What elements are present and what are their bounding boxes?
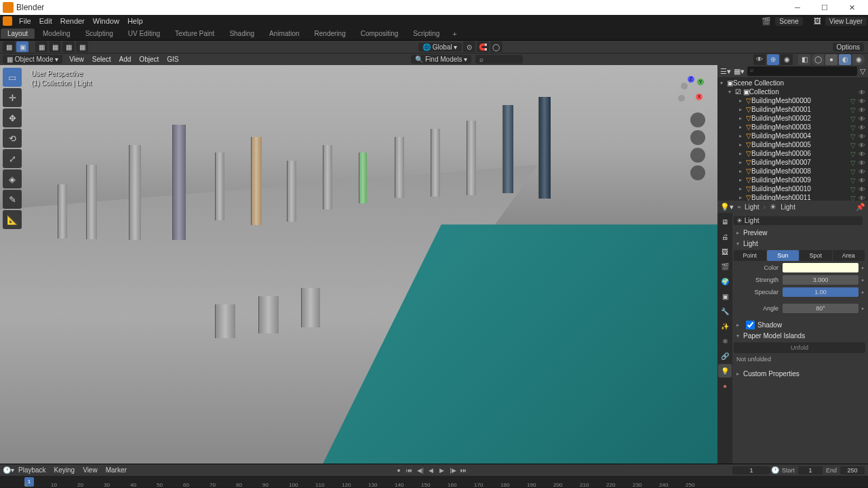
specular-field[interactable]: 1.00 bbox=[783, 287, 859, 297]
snap4-icon[interactable]: ▦ bbox=[76, 41, 88, 52]
pin-icon[interactable]: 📌 bbox=[856, 203, 865, 211]
panel-preview[interactable]: ▸Preview bbox=[734, 227, 865, 238]
props-icon[interactable]: 💡▾ bbox=[720, 203, 734, 211]
shading-rendered-icon[interactable]: ◉ bbox=[852, 54, 865, 65]
outliner-search[interactable]: ⌕ bbox=[747, 66, 857, 76]
outliner-item[interactable]: ▸▽ BuildingMesh00005▽👁 bbox=[717, 140, 868, 149]
menu-file[interactable]: File bbox=[15, 17, 35, 25]
camera-view-icon[interactable] bbox=[690, 148, 705, 163]
panel-shadow[interactable]: ▸Shadow bbox=[734, 319, 865, 330]
menu-help[interactable]: Help bbox=[123, 17, 147, 25]
outliner-item[interactable]: ▸▽ BuildingMesh00007▽👁 bbox=[717, 158, 868, 167]
options-dropdown[interactable]: Options bbox=[833, 43, 864, 52]
outliner-item[interactable]: ▸▽ BuildingMesh00004▽👁 bbox=[717, 131, 868, 140]
ptab-modifier[interactable]: 🔧 bbox=[718, 304, 732, 318]
ptab-constraint[interactable]: 🔗 bbox=[718, 349, 732, 363]
menu-object[interactable]: Object bbox=[135, 56, 163, 63]
tab-scripting[interactable]: Scripting bbox=[406, 28, 446, 39]
snap-toggle-icon[interactable]: 🧲 bbox=[477, 41, 489, 52]
ptab-data[interactable]: 💡 bbox=[718, 364, 732, 378]
zoom-icon[interactable] bbox=[690, 113, 705, 127]
prev-key-icon[interactable]: ◀| bbox=[416, 467, 425, 474]
outliner-item[interactable]: ▸▽ BuildingMesh00009▽👁 bbox=[717, 176, 868, 184]
color-field[interactable] bbox=[783, 263, 859, 272]
shading-solid-icon[interactable]: ● bbox=[825, 54, 837, 65]
outliner-item[interactable]: ▸▽ BuildingMesh00001▽👁 bbox=[717, 105, 868, 114]
axis-x-icon[interactable]: X bbox=[696, 94, 703, 100]
editor-type-icon[interactable]: ▦ bbox=[3, 41, 15, 52]
cursor-tool-icon[interactable]: ▣ bbox=[16, 41, 28, 52]
snap-icon[interactable]: ▦ bbox=[35, 41, 47, 52]
persp-ortho-icon[interactable] bbox=[690, 165, 705, 180]
outliner-item[interactable]: ▸▽ BuildingMesh00000▽👁 bbox=[717, 96, 868, 105]
measure-tool[interactable]: 📐 bbox=[3, 210, 22, 229]
outliner-mode-icon[interactable]: ☰▾ bbox=[720, 67, 731, 76]
cursor-tool[interactable]: ✛ bbox=[3, 88, 22, 107]
rotate-tool[interactable]: ⟲ bbox=[3, 129, 22, 148]
outliner-collection[interactable]: ▾☑ ▣ Collection👁 bbox=[717, 87, 868, 96]
current-frame-field[interactable]: 1 bbox=[732, 466, 770, 474]
light-data-dropdown[interactable]: ☀ Light bbox=[734, 216, 863, 225]
nav-gizmo[interactable]: Y Z X bbox=[677, 76, 707, 106]
search-input[interactable]: ⌕ bbox=[475, 55, 523, 64]
next-key-icon[interactable]: |▶ bbox=[448, 467, 458, 474]
3d-viewport[interactable]: ▭ ✛ ✥ ⟲ ⤢ ◈ ✎ 📐 User Perspective (1) Col… bbox=[0, 65, 717, 464]
tab-uvediting[interactable]: UV Editing bbox=[121, 28, 167, 39]
ptab-scene[interactable]: 🎬 bbox=[718, 260, 732, 273]
scene-field[interactable]: Scene bbox=[775, 17, 802, 26]
shading-matprev-icon[interactable]: ◐ bbox=[839, 54, 851, 65]
axis-z-icon[interactable]: Z bbox=[688, 76, 694, 83]
tab-layout[interactable]: Layout bbox=[1, 28, 35, 39]
menu-edit[interactable]: Edit bbox=[35, 17, 56, 25]
viewlayer-field[interactable]: View Layer bbox=[825, 17, 867, 26]
snap3-icon[interactable]: ▦ bbox=[62, 41, 75, 52]
panel-custom[interactable]: ▸Custom Properties bbox=[734, 368, 865, 379]
add-workspace-button[interactable]: + bbox=[447, 30, 462, 38]
scale-tool[interactable]: ⤢ bbox=[3, 149, 22, 168]
tl-menu-view[interactable]: View bbox=[83, 466, 98, 474]
play-icon[interactable]: ▶ bbox=[437, 467, 447, 474]
ptab-world[interactable]: 🌍 bbox=[718, 274, 732, 288]
ptab-physics[interactable]: ⚛ bbox=[718, 334, 732, 348]
propedit-icon[interactable]: ◯ bbox=[490, 41, 502, 52]
findmodels-dropdown[interactable]: 🔍 Find Models ▾ bbox=[411, 55, 471, 64]
ptab-render[interactable]: 🖥 bbox=[718, 215, 732, 228]
pan-icon[interactable] bbox=[690, 130, 705, 145]
strength-field[interactable]: 3.000 bbox=[783, 275, 859, 285]
outliner-display-icon[interactable]: ▦▾ bbox=[734, 67, 745, 76]
outliner-filter-icon[interactable]: ▽ bbox=[860, 67, 865, 76]
menu-add[interactable]: Add bbox=[115, 56, 136, 63]
light-type-point[interactable]: Point bbox=[734, 250, 766, 261]
xray-icon[interactable]: ◧ bbox=[798, 54, 810, 65]
panel-paper[interactable]: ▾Paper Model Islands bbox=[734, 330, 865, 341]
autokey-icon[interactable]: ● bbox=[394, 467, 403, 474]
outliner-item[interactable]: ▸▽ BuildingMesh00008▽👁 bbox=[717, 167, 868, 176]
unfold-button[interactable]: Unfold bbox=[734, 342, 865, 353]
menu-window[interactable]: Window bbox=[89, 17, 123, 25]
ptab-particles[interactable]: ✨ bbox=[718, 319, 732, 333]
snap2-icon[interactable]: ▦ bbox=[49, 41, 61, 52]
tab-animation[interactable]: Animation bbox=[262, 28, 306, 39]
tl-menu-playback[interactable]: Playback bbox=[18, 466, 46, 474]
menu-gis[interactable]: GIS bbox=[163, 56, 182, 63]
outliner-item[interactable]: ▸▽ BuildingMesh00011▽👁 bbox=[717, 193, 868, 201]
ptab-material[interactable]: ● bbox=[718, 379, 732, 392]
outliner-scene-collection[interactable]: ▾▣ Scene Collection bbox=[717, 79, 868, 87]
outliner-item[interactable]: ▸▽ BuildingMesh00006▽👁 bbox=[717, 149, 868, 158]
minimize-button[interactable]: ─ bbox=[784, 3, 811, 12]
maximize-button[interactable]: ☐ bbox=[811, 3, 838, 12]
props-crumb-1[interactable]: Light bbox=[745, 203, 760, 211]
light-type-spot[interactable]: Spot bbox=[800, 250, 832, 261]
overlay-icon[interactable]: ◉ bbox=[781, 54, 793, 65]
select-tool[interactable]: ▭ bbox=[3, 68, 22, 87]
shading-wire-icon[interactable]: ◯ bbox=[812, 54, 824, 65]
tab-sculpting[interactable]: Sculpting bbox=[79, 28, 120, 39]
play-rev-icon[interactable]: ◀ bbox=[427, 467, 436, 474]
tab-compositing[interactable]: Compositing bbox=[354, 28, 406, 39]
props-crumb-2[interactable]: Light bbox=[781, 203, 795, 211]
ptab-object[interactable]: ▣ bbox=[718, 289, 732, 303]
outliner-item[interactable]: ▸▽ BuildingMesh00010▽👁 bbox=[717, 184, 868, 193]
timeline-editor-icon[interactable]: 🕐▾ bbox=[3, 466, 14, 474]
light-type-sun[interactable]: Sun bbox=[767, 250, 800, 261]
gizmo-icon[interactable]: ⊕ bbox=[767, 54, 779, 65]
